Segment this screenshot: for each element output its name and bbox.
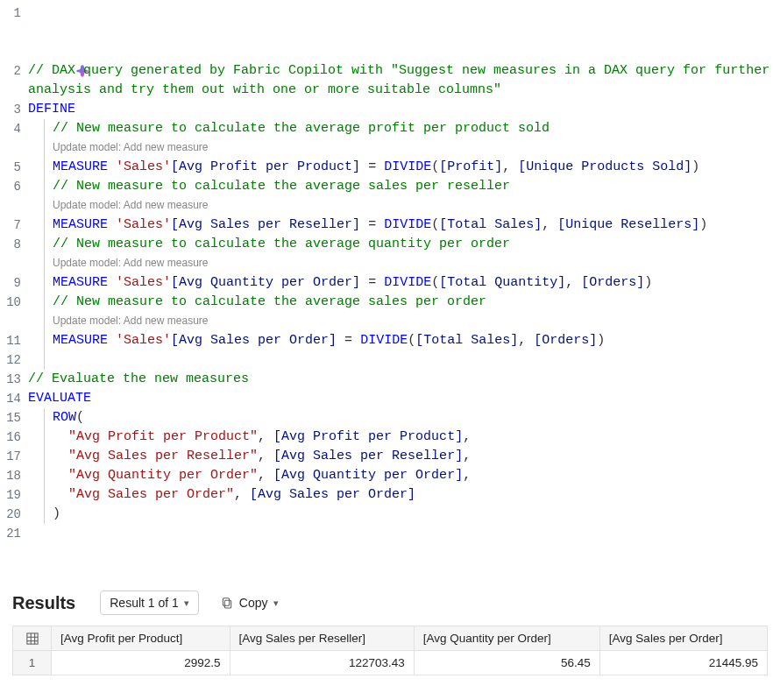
table-header-row: [Avg Profit per Product] [Avg Sales per … [13,626,768,651]
row-index: 1 [13,651,52,675]
column-header[interactable]: [Avg Quantity per Order] [414,626,599,651]
column-header[interactable]: [Avg Profit per Product] [52,626,230,651]
cell: 2992.5 [52,651,230,675]
line-number: 12 [0,350,28,370]
svg-rect-0 [224,600,230,608]
results-table[interactable]: [Avg Profit per Product] [Avg Sales per … [12,626,768,675]
code-line: 21 [0,524,780,543]
code-line: 8 // New measure to calculate the averag… [0,235,780,254]
code-line: 18 "Avg Quantity per Order", [Avg Quanti… [0,466,780,485]
code-line: 1 [0,4,780,61]
line-number: 14 [0,389,28,408]
cell: 21445.95 [599,651,767,675]
copy-icon [220,596,234,610]
copy-label: Copy [239,596,268,610]
line-number: 2 [0,61,28,81]
column-header[interactable]: [Avg Sales per Reseller] [230,626,414,651]
line-number: 19 [0,485,28,505]
line-number: 17 [0,447,28,466]
codelens-hint[interactable]: Update model: Add new measure [0,312,780,331]
line-number: 5 [0,158,28,177]
code-line: 2 // DAX query generated by Fabric Copil… [0,61,780,100]
cell: 56.45 [414,651,599,675]
chevron-down-icon: ▾ [184,597,189,609]
line-number: 6 [0,177,28,196]
comment: // New measure to calculate the average … [53,179,510,194]
code-line: 3 DEFINE [0,100,780,119]
line-number: 4 [0,119,28,138]
code-line: 13 // Evaluate the new measures [0,370,780,389]
column-header[interactable]: [Avg Sales per Order] [599,626,767,651]
codelens-hint[interactable]: Update model: Add new measure [0,254,780,273]
code-line: 20 ) [0,505,780,524]
line-number: 8 [0,235,28,254]
line-number: 21 [0,524,28,543]
code-line: 9 MEASURE 'Sales'[Avg Quantity per Order… [0,273,780,293]
line-number: 7 [0,216,28,235]
copy-button[interactable]: Copy ▾ [213,591,286,614]
code-line: 17 "Avg Sales per Reseller", [Avg Sales … [0,447,780,466]
line-number: 10 [0,293,28,312]
grid-icon [22,633,42,645]
comment: // DAX query generated by Fabric Copilot… [28,63,777,97]
comment: // New measure to calculate the average … [53,121,550,136]
comment: // New measure to calculate the average … [53,237,510,251]
add-measure-hint[interactable]: Update model: Add new measure [53,141,208,153]
line-number: 13 [0,370,28,389]
line-number: 9 [0,273,28,293]
code-line: 5 MEASURE 'Sales'[Avg Profit per Product… [0,158,780,177]
line-number: 1 [0,4,28,23]
code-line: 6 // New measure to calculate the averag… [0,177,780,196]
line-number: 18 [0,466,28,485]
table-corner-cell [13,626,52,651]
add-measure-hint[interactable]: Update model: Add new measure [53,199,208,211]
keyword-define: DEFINE [28,102,75,117]
svg-rect-1 [223,598,229,606]
cell: 122703.43 [230,651,414,675]
code-line: 15 ROW( [0,408,780,428]
add-measure-hint[interactable]: Update model: Add new measure [53,257,208,269]
result-selector-label: Result 1 of 1 [110,596,179,610]
code-line: 10 // New measure to calculate the avera… [0,293,780,312]
code-line: 4 // New measure to calculate the averag… [0,119,780,138]
results-toolbar: Results Result 1 of 1 ▾ Copy ▾ [0,583,780,622]
code-line: 14 EVALUATE [0,389,780,408]
line-number: 15 [0,408,28,428]
line-number: 3 [0,100,28,119]
svg-rect-2 [26,633,37,643]
line-number: 20 [0,505,28,524]
copilot-icon [75,25,89,39]
chevron-down-icon: ▾ [273,597,279,609]
add-measure-hint[interactable]: Update model: Add new measure [53,315,208,327]
codelens-hint[interactable]: Update model: Add new measure [0,138,780,158]
code-editor[interactable]: 1 2 // DAX query generated by Fabric Cop… [0,0,780,557]
code-line: 19 "Avg Sales per Order", [Avg Sales per… [0,485,780,505]
codelens-hint[interactable]: Update model: Add new measure [0,196,780,216]
comment: // New measure to calculate the average … [53,294,486,309]
line-number: 11 [0,331,28,350]
code-line: 11 MEASURE 'Sales'[Avg Sales per Order] … [0,331,780,350]
code-line: 16 "Avg Profit per Product", [Avg Profit… [0,428,780,447]
code-line: 12 [0,350,780,370]
comment: // Evaluate the new measures [28,371,249,386]
keyword-evaluate: EVALUATE [28,391,91,406]
line-number: 16 [0,428,28,447]
table-row[interactable]: 1 2992.5 122703.43 56.45 21445.95 [13,651,768,675]
result-selector-button[interactable]: Result 1 of 1 ▾ [100,590,199,615]
results-title: Results [12,593,75,613]
code-line: 7 MEASURE 'Sales'[Avg Sales per Reseller… [0,216,780,235]
